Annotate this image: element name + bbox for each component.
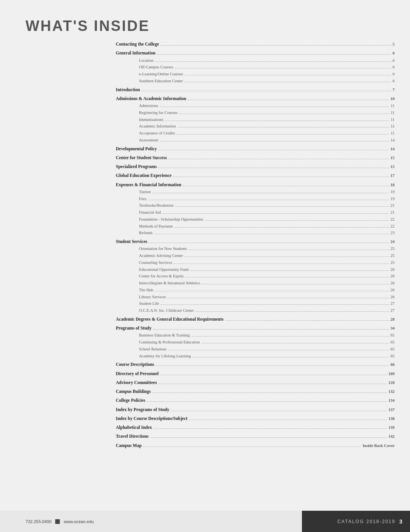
toc-item-label: Assessment [139,137,158,143]
toc-dots [158,384,387,384]
toc-item-page: 142 [388,433,395,440]
toc-item-label: Foundation - Scholarship Opportunities [139,216,203,223]
toc-dots [155,291,389,291]
toc-item: Specialized Programs15 [116,163,395,170]
toc-item-label: Admissions & Academic Information [116,95,186,102]
toc-item: Global Education Experience17 [116,172,395,179]
toc-dots [154,234,389,234]
toc-item-label: Academic Degrees & General Educational R… [116,316,224,323]
toc-item-page: 26 [391,287,395,293]
toc-item-label: e-Learning/Online Courses [139,71,183,77]
toc-item-label: Expenses & Financial Information [116,182,181,188]
toc-item-page: 7 [393,87,395,93]
toc-item-page: 27 [391,308,395,314]
toc-item-page: 128 [388,380,395,386]
toc-dots [161,304,389,305]
toc-item: Intercollegiate & Intramural Athletics26 [116,280,395,286]
toc-dots [177,127,389,127]
toc-item-page: 26 [391,267,395,273]
toc-item-page: 65 [391,353,395,359]
toc-item-page: Inside Back Cover [363,443,395,449]
toc-item-label: Financial Aid [139,209,161,216]
toc-item-page: 15 [391,164,395,170]
toc-item-label: Off-Campus Courses [139,64,173,70]
toc-dots [185,82,391,82]
toc-item: Immunizations11 [116,117,395,123]
toc-item-label: College Policies [116,397,145,404]
toc-item-label: Refunds [139,230,152,236]
toc-item-page: 11 [391,123,395,129]
toc-item: Counseling Services25 [116,260,395,266]
toc-dots [173,177,389,177]
toc-dots [175,227,389,228]
toc-item-label: Campus Map [116,442,142,449]
toc-item: Orientation for New Students25 [116,246,395,252]
toc-item: Center for Access & Equity26 [116,273,395,279]
toc-item-page: 65 [391,346,395,352]
toc-item-label: Methods of Payment [139,223,173,229]
toc-item-page: 25 [391,246,395,252]
toc-item-page: 11 [391,103,395,109]
toc-item: Introduction7 [116,87,395,93]
toc-item-page: 22 [391,216,395,223]
toc-item: Academic Information11 [116,123,395,129]
toc-item-label: Admissions [139,103,158,109]
toc-item-page: 6 [393,64,395,70]
toc-item: Directory of Personnel109 [116,371,395,377]
toc-dots [156,365,389,366]
toc-item: Academy for Lifelong Learning65 [116,353,395,359]
toc-item-label: Academic Information [139,123,176,129]
toc-item: Center for Student Success15 [116,155,395,161]
toc-item: Academic Degrees & General Educational R… [116,316,395,323]
toc-item: Foundation - Scholarship Opportunities22 [116,216,395,223]
toc-item-label: Immunizations [139,117,163,123]
toc-item: Contacting the College5 [116,41,395,48]
toc-item-label: O.C.E.A.N. Inc. Childcare Center [139,308,194,314]
toc-item-label: The Hub [139,287,153,293]
toc-item-label: Contacting the College [116,41,159,48]
toc-item: Admissions & Academic Information10 [116,95,395,102]
toc-dots [175,68,391,68]
toc-item: The Hub26 [116,287,395,293]
toc-dots [190,270,389,271]
toc-item-page: 11 [391,117,395,123]
toc-item: Student Services24 [116,238,395,245]
toc-item: Alphabetical Index139 [116,424,395,431]
toc-dots [168,298,389,298]
toc-dots [179,114,389,114]
toc-item-label: Course Descriptions [116,361,154,368]
toc-item: Admissions11 [116,103,395,109]
toc-item-page: 26 [391,273,395,279]
toc-dots [163,213,389,214]
toc-item-label: Educational Opportunity Fund [139,267,188,273]
toc-item: Tuition19 [116,189,395,195]
toc-item: General Information6 [116,50,395,56]
toc-item: O.C.E.A.N. Inc. Childcare Center27 [116,308,395,314]
toc-item-label: Orientation for New Students [139,246,187,252]
footer-page-number: 3 [399,518,402,525]
toc-dots [188,100,389,100]
footer-right: CATALOG 2018-2019 3 [302,511,410,532]
toc-item-page: 23 [391,230,395,236]
toc-dots [168,159,389,159]
toc-item-label: General Information [116,50,156,56]
toc-dots [192,357,389,357]
toc-dots [185,75,391,75]
toc-item-page: 21 [391,202,395,209]
toc-item-page: 25 [391,253,395,259]
toc-item-label: Alphabetical Index [116,424,152,431]
toc-item-page: 139 [388,425,395,431]
toc-dots [147,401,387,402]
toc-item-page: 24 [391,239,395,245]
toc-item-page: 134 [388,398,395,404]
toc-item-label: Fees [139,196,146,202]
toc-dots [161,45,391,46]
toc-dots [141,91,391,91]
toc-item-label: Intercollegiate & Intramural Athletics [139,280,200,286]
toc-item-label: Global Education Experience [116,172,171,179]
toc-item: Business Education & Training65 [116,332,395,338]
toc-item-label: Advisory Committees [116,379,157,386]
toc-item-page: 137 [388,407,395,413]
toc-dots [168,350,389,350]
toc-dots [175,206,389,207]
